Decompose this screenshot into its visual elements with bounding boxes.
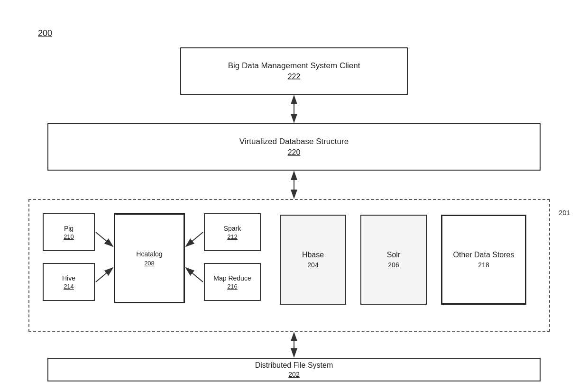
box-virtualized: Virtualized Database Structure 220 bbox=[47, 123, 541, 171]
box-hcatalog: Hcatalog 208 bbox=[114, 213, 185, 303]
otherstores-number: 218 bbox=[478, 261, 489, 269]
hive-number: 214 bbox=[64, 283, 74, 290]
client-title: Big Data Management System Client bbox=[228, 61, 360, 71]
otherstores-title: Other Data Stores bbox=[453, 251, 514, 259]
box-distributed: Distributed File System 202 bbox=[47, 358, 541, 381]
mapreduce-title: Map Reduce bbox=[213, 274, 251, 282]
spark-number: 212 bbox=[227, 233, 238, 240]
hcatalog-title: Hcatalog bbox=[136, 250, 162, 258]
pig-title: Pig bbox=[64, 225, 74, 232]
hbase-number: 204 bbox=[307, 261, 318, 269]
distributed-number: 202 bbox=[288, 371, 299, 378]
hive-title: Hive bbox=[62, 274, 75, 282]
hcatalog-number: 208 bbox=[144, 260, 155, 267]
box-solr: Solr 206 bbox=[360, 215, 427, 305]
box-pig: Pig 210 bbox=[43, 213, 95, 251]
virtualized-title: Virtualized Database Structure bbox=[239, 137, 349, 146]
virtualized-number: 220 bbox=[288, 148, 301, 157]
client-number: 222 bbox=[288, 73, 301, 81]
box-hbase: Hbase 204 bbox=[280, 215, 346, 305]
diagram: 200 Big Data Management System Client 22… bbox=[0, 0, 588, 390]
diagram-label-200: 200 bbox=[38, 28, 52, 38]
solr-title: Solr bbox=[387, 251, 400, 259]
solr-number: 206 bbox=[388, 261, 399, 269]
box-client: Big Data Management System Client 222 bbox=[180, 47, 408, 95]
pig-number: 210 bbox=[64, 233, 74, 240]
box-otherstores: Other Data Stores 218 bbox=[441, 215, 526, 305]
distributed-title: Distributed File System bbox=[255, 361, 333, 370]
mapreduce-number: 216 bbox=[227, 283, 238, 290]
box-spark: Spark 212 bbox=[204, 213, 261, 251]
hbase-title: Hbase bbox=[302, 251, 324, 259]
box-hive: Hive 214 bbox=[43, 263, 95, 301]
box-mapreduce: Map Reduce 216 bbox=[204, 263, 261, 301]
diagram-label-201: 201 bbox=[559, 209, 570, 217]
spark-title: Spark bbox=[224, 225, 241, 232]
